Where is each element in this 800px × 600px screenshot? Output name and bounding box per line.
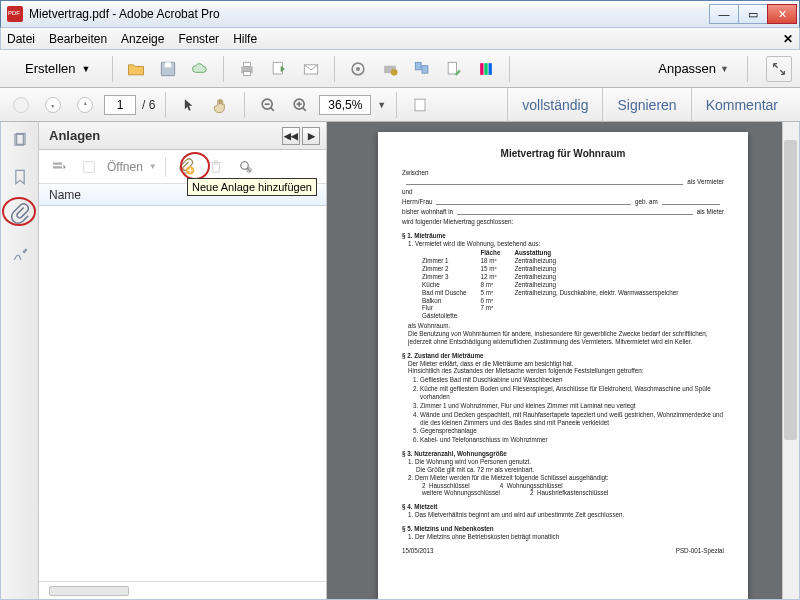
open-button[interactable]: Öffnen xyxy=(107,160,143,174)
h-scrollbar[interactable] xyxy=(49,586,129,596)
doc-title: Mietvertrag für Wohnraum xyxy=(402,148,724,161)
first-page-button[interactable] xyxy=(8,92,34,118)
tool-printprod-button[interactable] xyxy=(377,56,403,82)
svg-rect-5 xyxy=(243,62,250,66)
delete-attachment-button[interactable] xyxy=(204,155,228,179)
panel-next-button[interactable]: ▶ xyxy=(302,127,320,145)
svg-point-19 xyxy=(14,97,29,112)
customize-button[interactable]: Anpassen ▼ xyxy=(650,61,737,76)
svg-rect-29 xyxy=(84,161,95,172)
separator xyxy=(334,56,335,82)
v-scrollbar[interactable] xyxy=(782,122,799,599)
pdf-page: Mietvertrag für Wohnraum Zwischen als Ve… xyxy=(378,132,748,599)
create-label: Erstellen xyxy=(25,61,76,76)
dropdown-icon[interactable]: ▼ xyxy=(377,100,386,110)
svg-rect-27 xyxy=(53,162,62,164)
svg-rect-6 xyxy=(243,71,250,75)
dropdown-icon: ▼ xyxy=(82,64,91,74)
menu-anzeige[interactable]: Anzeige xyxy=(121,32,164,46)
attachments-list xyxy=(39,206,326,581)
link-signieren[interactable]: Signieren xyxy=(602,88,690,122)
nav-rail xyxy=(1,122,39,599)
maximize-button[interactable]: ▭ xyxy=(738,4,768,24)
svg-point-12 xyxy=(390,69,397,76)
menu-datei[interactable]: Datei xyxy=(7,32,35,46)
next-page-button[interactable] xyxy=(72,92,98,118)
open-button[interactable] xyxy=(123,56,149,82)
svg-rect-17 xyxy=(484,63,487,75)
svg-rect-3 xyxy=(164,62,171,67)
menu-bearbeiten[interactable]: Bearbeiten xyxy=(49,32,107,46)
tooltip: Neue Anlage hinzufügen xyxy=(187,178,317,196)
zoom-out-button[interactable] xyxy=(255,92,281,118)
task-pane-links: vollständig Signieren Kommentar xyxy=(507,88,792,122)
tool-edit-button[interactable] xyxy=(441,56,467,82)
tool-color-button[interactable] xyxy=(473,56,499,82)
customize-label: Anpassen xyxy=(658,61,716,76)
svg-rect-13 xyxy=(415,62,421,70)
link-vollstaendig[interactable]: vollständig xyxy=(507,88,602,122)
signatures-tab[interactable] xyxy=(9,244,31,266)
select-tool-button[interactable] xyxy=(176,92,202,118)
separator xyxy=(223,56,224,82)
work-area: Anlagen ◀◀ ▶ Öffnen ▼ Neue Anlage hinzuf… xyxy=(0,122,800,600)
svg-rect-18 xyxy=(488,63,491,75)
separator xyxy=(509,56,510,82)
menu-fenster[interactable]: Fenster xyxy=(178,32,219,46)
create-button[interactable]: Erstellen ▼ xyxy=(8,55,102,83)
zoom-in-button[interactable] xyxy=(287,92,313,118)
save-attachment-icon xyxy=(77,155,101,179)
panel-prev-button[interactable]: ◀◀ xyxy=(282,127,300,145)
dropdown-icon: ▼ xyxy=(720,64,729,74)
col-name: Name xyxy=(49,188,81,202)
svg-rect-15 xyxy=(448,62,456,74)
fit-page-button[interactable] xyxy=(407,92,433,118)
close-button[interactable]: ✕ xyxy=(767,4,797,24)
panel-title: Anlagen xyxy=(49,128,100,143)
save-button[interactable] xyxy=(155,56,181,82)
hand-tool-button[interactable] xyxy=(208,92,234,118)
separator xyxy=(396,92,397,118)
separator xyxy=(244,92,245,118)
cloud-button[interactable] xyxy=(187,56,213,82)
attachments-panel: Anlagen ◀◀ ▶ Öffnen ▼ Neue Anlage hinzuf… xyxy=(39,122,327,599)
window-title: Mietvertrag.pdf - Adobe Acrobat Pro xyxy=(29,7,710,21)
app-icon xyxy=(7,6,23,22)
print-button[interactable] xyxy=(234,56,260,82)
search-attachment-button[interactable] xyxy=(234,155,258,179)
dropdown-icon: ▼ xyxy=(149,162,157,171)
page-number-input[interactable] xyxy=(104,95,136,115)
minimize-button[interactable]: — xyxy=(709,4,739,24)
share-button[interactable] xyxy=(266,56,292,82)
fullscreen-button[interactable] xyxy=(766,56,792,82)
doc-close-icon[interactable]: ✕ xyxy=(783,32,793,46)
thumbnails-tab[interactable] xyxy=(9,130,31,152)
zoom-input[interactable] xyxy=(319,95,371,115)
svg-point-31 xyxy=(240,161,248,169)
menubar: Datei Bearbeiten Anzeige Fenster Hilfe ✕ xyxy=(0,28,800,50)
menu-hilfe[interactable]: Hilfe xyxy=(233,32,257,46)
email-button[interactable] xyxy=(298,56,324,82)
window-controls: — ▭ ✕ xyxy=(710,4,797,24)
link-kommentar[interactable]: Kommentar xyxy=(691,88,792,122)
separator xyxy=(165,92,166,118)
separator xyxy=(165,157,166,177)
page-count: / 6 xyxy=(142,98,155,112)
panel-options-button[interactable] xyxy=(47,155,71,179)
settings-button[interactable] xyxy=(345,56,371,82)
v-scroll-thumb[interactable] xyxy=(784,140,797,440)
separator xyxy=(112,56,113,82)
window-titlebar: Mietvertrag.pdf - Adobe Acrobat Pro — ▭ … xyxy=(0,0,800,28)
document-viewer[interactable]: Mietvertrag für Wohnraum Zwischen als Ve… xyxy=(327,122,799,599)
panel-header: Anlagen ◀◀ ▶ xyxy=(39,122,326,150)
svg-rect-16 xyxy=(480,63,483,75)
separator xyxy=(747,56,748,82)
prev-page-button[interactable] xyxy=(40,92,66,118)
main-toolbar: Erstellen ▼ Anpassen ▼ xyxy=(0,50,800,88)
nav-toolbar: / 6 ▼ vollständig Signieren Kommentar xyxy=(0,88,800,122)
bookmarks-tab[interactable] xyxy=(9,166,31,188)
tool-multi-button[interactable] xyxy=(409,56,435,82)
highlight-circle-icon xyxy=(2,197,36,226)
panel-footer xyxy=(39,581,326,599)
svg-rect-28 xyxy=(53,166,62,168)
